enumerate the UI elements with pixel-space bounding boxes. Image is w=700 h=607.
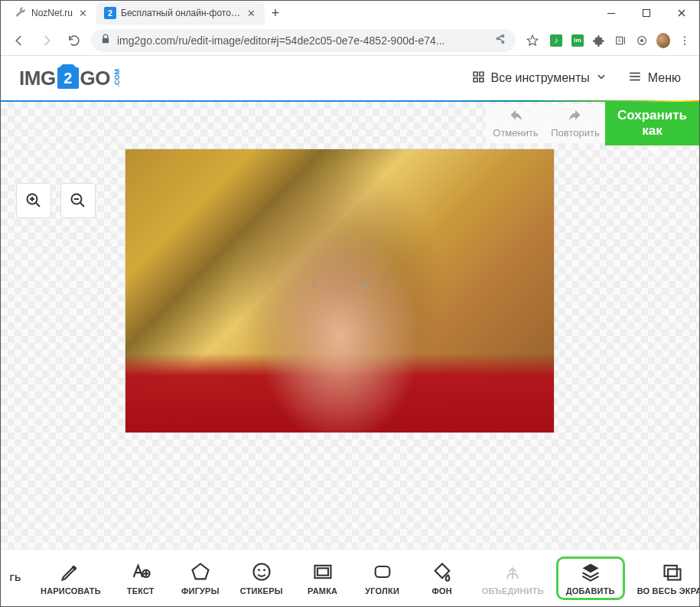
- reading-list-icon[interactable]: [614, 34, 627, 47]
- tool-label: ГЬ: [10, 573, 21, 583]
- img2go-favicon: 2: [104, 7, 116, 19]
- redo-icon: [567, 109, 584, 126]
- wrench-icon: [15, 7, 27, 19]
- undo-redo-group: Отменить Повторить: [486, 104, 605, 143]
- ext-music-icon[interactable]: ♪: [549, 34, 563, 47]
- profile-avatar[interactable]: [656, 34, 670, 47]
- incognito-icon[interactable]: [635, 34, 649, 47]
- save-as-button[interactable]: Сохранить как: [605, 102, 699, 145]
- pentagon-icon: [190, 561, 211, 583]
- tab-active[interactable]: 2 Бесплатный онлайн-фоторедак ✕: [96, 2, 265, 24]
- svg-rect-1: [643, 10, 650, 17]
- logo-badge: 2: [57, 67, 79, 89]
- zoom-in-button[interactable]: [16, 183, 51, 218]
- text-icon: [130, 561, 151, 583]
- svg-rect-17: [668, 569, 680, 579]
- grid-icon: [472, 70, 485, 86]
- extensions: ♪ Im: [549, 34, 692, 47]
- tool-shapes[interactable]: ФИГУРЫ: [173, 556, 228, 600]
- browser-menu-icon[interactable]: [678, 34, 692, 47]
- header-right: Все инструменты Меню: [472, 70, 681, 86]
- main-menu[interactable]: Меню: [628, 70, 681, 86]
- tool-label: ТЕКСТ: [127, 586, 155, 596]
- tool-label: НАРИСОВАТЬ: [41, 586, 101, 596]
- close-button[interactable]: [664, 1, 699, 25]
- svg-rect-14: [317, 568, 328, 575]
- tab-title: Бесплатный онлайн-фоторедак: [121, 8, 241, 18]
- logo-suffix: .COM: [113, 69, 121, 87]
- zoom-out-button[interactable]: [60, 183, 96, 218]
- top-right-toolbar: Отменить Повторить Сохранить как: [486, 102, 699, 145]
- smiley-icon: [251, 561, 272, 583]
- star-button[interactable]: [522, 30, 543, 51]
- zoom-in-icon: [24, 191, 43, 210]
- tool-crop-partial[interactable]: ГЬ: [7, 569, 28, 587]
- all-tools-label: Все инструменты: [491, 71, 590, 85]
- tool-stickers[interactable]: СТИКЕРЫ: [233, 556, 291, 600]
- svg-point-11: [258, 569, 260, 571]
- editor-canvas-area: Отменить Повторить Сохранить как: [1, 102, 699, 549]
- tool-label: ДОБАВИТЬ: [566, 586, 615, 596]
- share-icon[interactable]: [494, 33, 506, 47]
- undo-label: Отменить: [493, 127, 538, 139]
- tool-add[interactable]: ДОБАВИТЬ: [556, 556, 625, 600]
- svg-point-3: [640, 39, 643, 42]
- tool-background[interactable]: ФОН: [415, 556, 470, 600]
- tool-label: ФОН: [431, 586, 452, 596]
- svg-rect-0: [607, 13, 615, 14]
- tool-draw[interactable]: НАРИСОВАТЬ: [33, 556, 109, 600]
- svg-point-4: [684, 36, 685, 38]
- minimize-button[interactable]: [594, 1, 629, 25]
- tab-title: NozNet.ru: [31, 8, 73, 18]
- close-icon[interactable]: ✕: [77, 8, 89, 19]
- tool-text[interactable]: ТЕКСТ: [113, 556, 168, 600]
- bottom-toolbar: ГЬ НАРИСОВАТЬ ТЕКСТ ФИГУРЫ СТИКЕРЫ РАМКА…: [1, 549, 699, 606]
- frame-icon: [312, 561, 334, 583]
- tool-corners[interactable]: УГОЛКИ: [355, 556, 410, 600]
- svg-point-6: [684, 43, 685, 44]
- reload-button[interactable]: [63, 30, 85, 51]
- tab-inactive[interactable]: NozNet.ru ✕: [7, 2, 96, 24]
- fullscreen-icon: [662, 561, 683, 583]
- layers-icon: [580, 561, 601, 583]
- rounded-rect-icon: [372, 561, 393, 583]
- chevron-down-icon: [596, 71, 607, 85]
- redo-label: Повторить: [551, 127, 599, 139]
- tool-label: РАМКА: [308, 586, 337, 596]
- tool-fullscreen[interactable]: ВО ВЕСЬ ЭКРАН: [630, 556, 699, 600]
- svg-point-5: [684, 39, 685, 41]
- svg-point-12: [263, 569, 265, 571]
- save-dropdown-caret[interactable]: [644, 145, 664, 160]
- tool-label: УГОЛКИ: [365, 586, 399, 596]
- extensions-puzzle-icon[interactable]: [592, 34, 606, 47]
- close-icon[interactable]: ✕: [246, 8, 257, 19]
- all-tools-menu[interactable]: Все инструменты: [472, 70, 607, 86]
- back-button[interactable]: [8, 30, 30, 51]
- ext-im-icon[interactable]: Im: [571, 34, 584, 47]
- save-as-line1: Сохранить: [617, 108, 687, 123]
- new-tab-button[interactable]: +: [265, 2, 286, 24]
- maximize-button[interactable]: [629, 1, 664, 25]
- svg-rect-16: [665, 565, 677, 576]
- url-text: img2go.com/ru/edit-image/editor#j=54de2c…: [117, 34, 488, 47]
- forward-button: [36, 30, 57, 51]
- redo-button[interactable]: Повторить: [545, 104, 605, 143]
- tool-label: ОБЪЕДИНИТЬ: [482, 586, 544, 596]
- canvas-image[interactable]: [125, 149, 554, 432]
- undo-icon: [507, 109, 524, 126]
- site-logo[interactable]: IMG 2 GO .COM: [19, 67, 121, 90]
- pencil-icon: [60, 561, 81, 583]
- tabs-row: NozNet.ru ✕ 2 Бесплатный онлайн-фотореда…: [7, 1, 594, 25]
- svg-point-10: [253, 563, 269, 579]
- undo-button[interactable]: Отменить: [486, 104, 545, 143]
- zoom-controls: [16, 183, 96, 218]
- tool-frame[interactable]: РАМКА: [295, 556, 350, 600]
- menu-label: Меню: [648, 71, 681, 85]
- merge-icon: [502, 561, 523, 583]
- tool-label: ВО ВЕСЬ ЭКРАН: [637, 586, 699, 596]
- logo-text-right: GO: [80, 67, 110, 90]
- lock-icon: [100, 34, 111, 47]
- window-controls: [594, 1, 699, 25]
- tool-label: ФИГУРЫ: [181, 586, 220, 596]
- url-field[interactable]: img2go.com/ru/edit-image/editor#j=54de2c…: [91, 29, 516, 52]
